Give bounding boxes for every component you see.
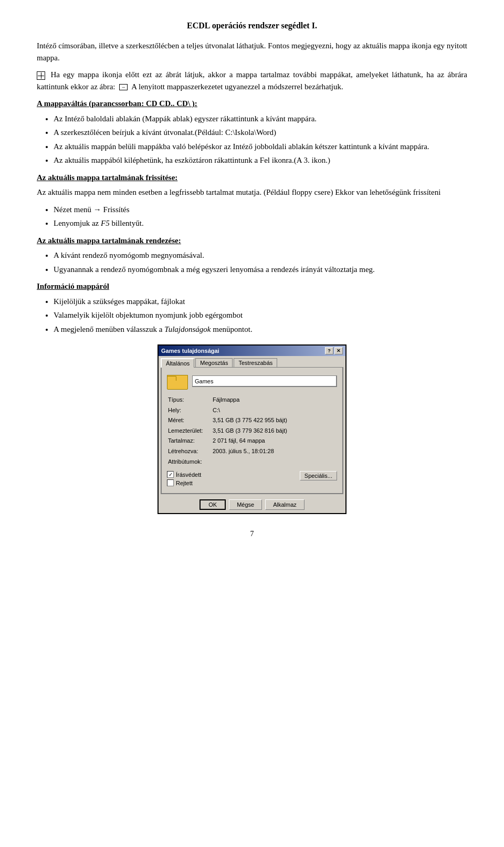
- prop-label: Típus:: [167, 395, 212, 405]
- list-item: Ugyanannak a rendező nyomógombnak a még …: [54, 264, 467, 276]
- section3-list: A kívánt rendező nyomógomb megnyomásával…: [54, 249, 467, 275]
- list-item: Az aktuális mappán belüli mappákba való …: [54, 141, 467, 153]
- dialog-titlebar-buttons: ? ✕: [325, 347, 343, 354]
- ok-button[interactable]: OK: [200, 499, 226, 510]
- help-button[interactable]: ?: [325, 347, 333, 354]
- prop-label: Attribútumok:: [167, 457, 212, 467]
- paragraph-3: Az aktuális mappa nem minden esetben a l…: [37, 186, 467, 198]
- specialis-col: Speciális...: [300, 471, 337, 480]
- section2-heading: Az aktuális mappa tartalmának frissítése…: [37, 172, 467, 184]
- close-button[interactable]: ✕: [334, 347, 343, 354]
- folder-name-input[interactable]: [192, 375, 337, 387]
- section2-list: Nézet menü → Frissítés Lenyomjuk az F5 b…: [54, 204, 467, 229]
- page-title: ECDL operációs rendszer segédlet I.: [37, 21, 467, 30]
- dialog-title: Games tulajdonságai: [161, 348, 219, 354]
- grid-icon: [37, 71, 45, 80]
- tab-general[interactable]: Általános: [161, 358, 194, 368]
- hidden-label: Rejtett: [176, 480, 193, 486]
- prop-label: Méret:: [167, 415, 212, 426]
- tab-customize[interactable]: Testreszabás: [234, 358, 277, 367]
- cancel-button[interactable]: Mégse: [229, 499, 262, 510]
- dialog-content: Típus:FájlmappaHely:C:\Méret:3,51 GB (3 …: [161, 367, 343, 494]
- dialog-footer: OK Mégse Alkalmaz: [159, 496, 345, 513]
- prop-label: Tartalmaz:: [167, 436, 212, 446]
- properties-table: Típus:FájlmappaHely:C:\Méret:3,51 GB (3 …: [167, 395, 337, 467]
- list-item: Nézet menü → Frissítés: [54, 204, 467, 216]
- readonly-checkbox[interactable]: ✓: [167, 471, 174, 478]
- list-item: Az Intéző baloldali ablakán (Mappák abla…: [54, 113, 467, 125]
- prop-label: Lemezterület:: [167, 426, 212, 436]
- prop-value: 3,51 GB (3 779 362 816 bájt): [212, 426, 337, 436]
- folder-icon: [167, 373, 187, 390]
- readonly-label: Írásvédett: [176, 472, 201, 478]
- prop-value: 3,51 GB (3 775 422 955 bájt): [212, 415, 337, 426]
- list-item: A kívánt rendező nyomógomb megnyomásával…: [54, 249, 467, 262]
- page-number: 7: [37, 530, 467, 538]
- list-item: Valamelyik kijelölt objektumon nyomjunk …: [54, 309, 467, 321]
- section3-heading: Az aktuális mappa tartalmának rendezése:: [37, 235, 467, 247]
- section1-list: Az Intéző baloldali ablakán (Mappák abla…: [54, 113, 467, 166]
- apply-button[interactable]: Alkalmaz: [265, 499, 304, 510]
- checkbox-row-readonly: ✓ Írásvédett: [167, 471, 201, 478]
- prop-value: [212, 457, 337, 467]
- attributes-row: ✓ Írásvédett Rejtett Speciális...: [167, 471, 337, 488]
- section4-list: Kijelöljük a szükséges mappákat, fájloka…: [54, 296, 467, 336]
- section1-heading: A mappaváltás (parancssorban: CD CD.. CD…: [37, 98, 467, 110]
- prop-value: C:\: [212, 405, 337, 416]
- paragraph-1: Intéző címsorában, illetve a szerkesztől…: [37, 40, 467, 64]
- dialog-titlebar: Games tulajdonságai ? ✕: [159, 346, 345, 356]
- list-item: A szerkesztőlécen beírjuk a kívánt útvon…: [54, 127, 467, 139]
- dialog-wrapper: Games tulajdonságai ? ✕ Általános Megosz…: [37, 344, 467, 514]
- attributes-section: ✓ Írásvédett Rejtett Speciális...: [167, 471, 337, 488]
- minus-icon: [119, 84, 128, 90]
- prop-label: Hely:: [167, 405, 212, 416]
- hidden-checkbox[interactable]: [167, 479, 174, 486]
- checkboxes-col: ✓ Írásvédett Rejtett: [167, 471, 201, 488]
- prop-label: Létrehozva:: [167, 446, 212, 457]
- section4-heading: Információ mappáról: [37, 280, 467, 292]
- prop-value: Fájlmappa: [212, 395, 337, 405]
- checkbox-row-hidden: Rejtett: [167, 479, 201, 486]
- properties-dialog: Games tulajdonságai ? ✕ Általános Megosz…: [158, 344, 346, 514]
- paragraph-2: Ha egy mappa ikonja előtt ezt az ábrát l…: [37, 69, 467, 92]
- list-item: Az aktuális mappából kiléphetünk, ha esz…: [54, 154, 467, 166]
- list-item: A megjelenő menüben válasszuk a Tulajdon…: [54, 323, 467, 336]
- prop-value: 2003. július 5., 18:01:28: [212, 446, 337, 457]
- list-item: Kijelöljük a szükséges mappákat, fájloka…: [54, 296, 467, 308]
- prop-value: 2 071 fájl, 64 mappa: [212, 436, 337, 446]
- specialis-button[interactable]: Speciális...: [300, 471, 337, 480]
- tab-sharing[interactable]: Megosztás: [195, 358, 233, 367]
- folder-row: [167, 373, 337, 390]
- list-item: Lenyomjuk az F5 billentyűt.: [54, 217, 467, 229]
- dialog-tabs: Általános Megosztás Testreszabás: [159, 356, 345, 367]
